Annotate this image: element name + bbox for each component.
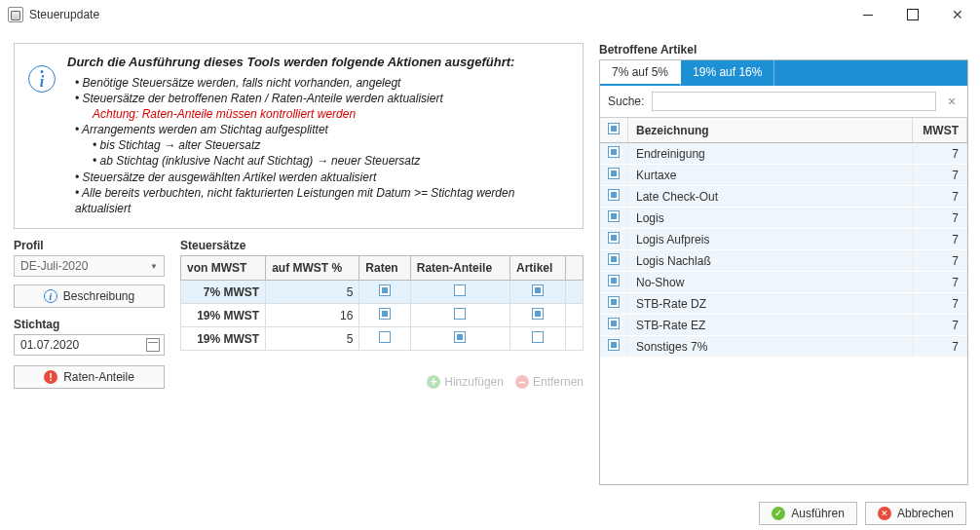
checkbox-icon[interactable] xyxy=(379,308,391,320)
minimize-button[interactable] xyxy=(846,0,890,29)
cell-raten[interactable] xyxy=(359,281,410,304)
checkbox-icon[interactable] xyxy=(608,296,620,308)
checkbox-icon[interactable] xyxy=(608,232,620,244)
ok-icon xyxy=(772,507,785,520)
cell-check[interactable] xyxy=(600,336,628,358)
profil-dropdown[interactable]: DE-Juli-2020 ▼ xyxy=(14,255,165,277)
cell-artikel[interactable] xyxy=(509,304,565,327)
checkbox-icon[interactable] xyxy=(608,189,620,201)
cell-von: 7% MWST xyxy=(181,281,266,304)
tab-19-auf-16[interactable]: 19% auf 16% xyxy=(681,60,774,86)
cell-check[interactable] xyxy=(600,272,628,293)
checkbox-icon[interactable] xyxy=(608,123,620,134)
checkbox-icon[interactable] xyxy=(608,253,620,265)
checkbox-icon[interactable] xyxy=(532,284,544,296)
cell-check[interactable] xyxy=(600,186,628,208)
cell-bezeichnung: Logis xyxy=(628,208,913,229)
list-item[interactable]: Logis Nachlaß7 xyxy=(600,250,967,272)
info-icon xyxy=(44,289,57,303)
list-item[interactable]: Sonstiges 7%7 xyxy=(600,336,967,358)
list-item[interactable]: Endreinigung7 xyxy=(600,143,967,165)
list-item[interactable]: No-Show7 xyxy=(600,272,967,293)
list-item[interactable]: Logis7 xyxy=(600,208,967,229)
cell-bezeichnung: Kurtaxe xyxy=(628,165,913,186)
table-row[interactable]: 19% MWST5 xyxy=(181,327,584,351)
checkbox-icon[interactable] xyxy=(454,331,466,343)
cell-artikel[interactable] xyxy=(509,327,565,351)
stichtag-value: 01.07.2020 xyxy=(20,338,79,352)
col-bezeichnung[interactable]: Bezeichnung xyxy=(628,118,913,143)
raten-anteile-button[interactable]: Raten-Anteile xyxy=(14,365,165,389)
cell-check[interactable] xyxy=(600,208,628,229)
table-row[interactable]: 7% MWST5 xyxy=(181,281,584,304)
cell-raten[interactable] xyxy=(359,327,410,351)
cell-raten-anteile[interactable] xyxy=(410,281,509,304)
checkbox-icon[interactable] xyxy=(379,331,391,343)
col-spacer xyxy=(566,256,584,281)
checkbox-icon[interactable] xyxy=(379,284,391,296)
cell-spacer xyxy=(566,304,584,327)
checkbox-icon[interactable] xyxy=(532,308,544,320)
checkbox-icon[interactable] xyxy=(608,275,620,286)
list-item[interactable]: STB-Rate DZ7 xyxy=(600,293,967,315)
hinzufuegen-button[interactable]: Hinzufügen xyxy=(427,375,504,389)
artikel-table: Bezeichnung MWST Endreinigung7Kurtaxe7La… xyxy=(600,118,967,358)
close-button[interactable]: ✕ xyxy=(935,0,980,29)
hinzufuegen-label: Hinzufügen xyxy=(444,375,504,389)
checkbox-icon[interactable] xyxy=(608,168,620,179)
cell-check[interactable] xyxy=(600,229,628,250)
cell-auf: 5 xyxy=(266,327,359,351)
info-panel: Durch die Ausführung dieses Tools werden… xyxy=(14,43,584,229)
plus-icon xyxy=(427,375,440,389)
ausfuehren-button[interactable]: Ausführen xyxy=(759,502,857,525)
cell-check[interactable] xyxy=(600,315,628,336)
cell-von: 19% MWST xyxy=(181,304,266,327)
col-raten-anteile[interactable]: Raten-Anteile xyxy=(410,256,509,281)
info-line: • ab Stichtag (inklusive Nacht auf Stich… xyxy=(93,153,569,169)
cell-raten-anteile[interactable] xyxy=(410,327,509,351)
beschreibung-button[interactable]: Beschreibung xyxy=(14,284,165,308)
cell-raten[interactable] xyxy=(359,304,410,327)
cell-check[interactable] xyxy=(600,143,628,165)
steuersaetze-table: von MWST auf MWST % Raten Raten-Anteile … xyxy=(180,255,584,351)
list-item[interactable]: Logis Aufpreis7 xyxy=(600,229,967,250)
checkbox-icon[interactable] xyxy=(608,210,620,222)
cell-bezeichnung: Sonstiges 7% xyxy=(628,336,913,358)
table-row[interactable]: 19% MWST16 xyxy=(181,304,584,327)
suche-input[interactable] xyxy=(652,92,936,111)
cell-check[interactable] xyxy=(600,293,628,315)
clear-icon[interactable]: × xyxy=(944,94,960,109)
cell-artikel[interactable] xyxy=(509,281,565,304)
col-check[interactable] xyxy=(600,118,628,143)
list-item[interactable]: Kurtaxe7 xyxy=(600,165,967,186)
stichtag-input[interactable]: 01.07.2020 xyxy=(14,334,165,356)
app-icon xyxy=(8,7,23,22)
cell-spacer xyxy=(566,281,584,304)
tab-7-auf-5[interactable]: 7% auf 5% xyxy=(600,60,681,86)
checkbox-icon[interactable] xyxy=(532,331,544,343)
entfernen-button[interactable]: Entfernen xyxy=(515,375,584,389)
col-raten[interactable]: Raten xyxy=(359,256,410,281)
checkbox-icon[interactable] xyxy=(608,339,620,351)
checkbox-icon[interactable] xyxy=(608,318,620,329)
abbrechen-button[interactable]: Abbrechen xyxy=(865,502,966,525)
info-line: • Benötige Steuersätze werden, falls nic… xyxy=(75,75,569,91)
maximize-button[interactable] xyxy=(890,0,935,29)
col-von[interactable]: von MWST xyxy=(181,256,266,281)
checkbox-icon[interactable] xyxy=(454,284,466,296)
cell-raten-anteile[interactable] xyxy=(410,304,509,327)
list-item[interactable]: Late Check-Out7 xyxy=(600,186,967,208)
cell-mwst: 7 xyxy=(913,250,967,272)
col-artikel[interactable]: Artikel xyxy=(509,256,565,281)
col-auf[interactable]: auf MWST % xyxy=(266,256,359,281)
minus-icon xyxy=(515,375,529,389)
cell-check[interactable] xyxy=(600,165,628,186)
cell-check[interactable] xyxy=(600,250,628,272)
col-mwst[interactable]: MWST xyxy=(913,118,967,143)
checkbox-icon[interactable] xyxy=(608,146,620,158)
titlebar: Steuerupdate ✕ xyxy=(0,0,980,29)
abbrechen-label: Abbrechen xyxy=(897,507,954,520)
cell-bezeichnung: Endreinigung xyxy=(628,143,913,165)
list-item[interactable]: STB-Rate EZ7 xyxy=(600,315,967,336)
checkbox-icon[interactable] xyxy=(454,308,466,320)
